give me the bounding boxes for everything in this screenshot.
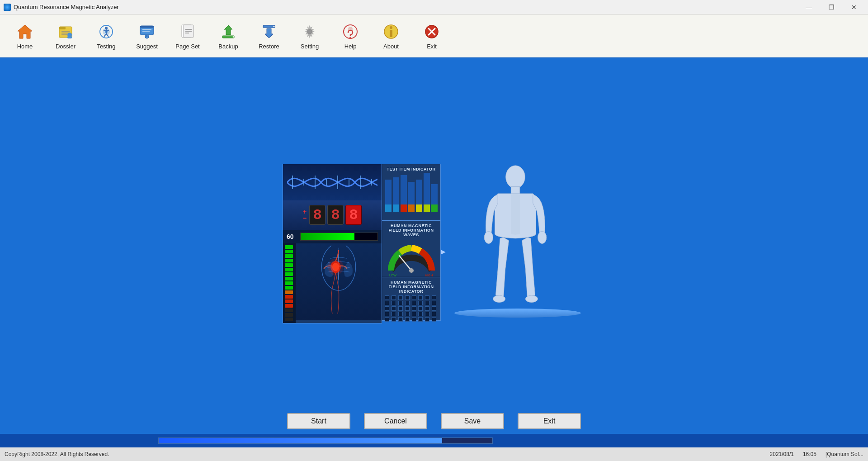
- svg-point-61: [484, 231, 493, 243]
- toolbar-label-suggest: Suggest: [136, 43, 158, 50]
- app-icon: [4, 4, 11, 11]
- panel-arrow: ▶: [441, 248, 446, 255]
- grid-cell: [412, 312, 416, 316]
- grid-cell: [385, 301, 389, 305]
- svg-rect-17: [140, 26, 154, 28]
- bar-chart: [385, 173, 438, 212]
- grid-cell: [385, 295, 389, 300]
- toolbar-item-exit[interactable]: Exit: [411, 17, 452, 55]
- test-indicator-panel: Test Item Indicator: [382, 164, 440, 221]
- level-seg-red: [285, 299, 293, 303]
- svg-point-63: [493, 295, 505, 302]
- grid-cell: [392, 306, 396, 311]
- grid-cell: [412, 306, 416, 311]
- grid-cell: [392, 295, 396, 300]
- bar-bottom-1: [385, 204, 392, 212]
- level-seg: [285, 295, 293, 299]
- grid-cell: [425, 295, 429, 300]
- svg-text:LOW: LOW: [389, 274, 396, 277]
- test-indicator-title: Test Item Indicator: [385, 167, 438, 171]
- footer-copyright: CopyRight 2008-2022, All Rights Reserved…: [5, 451, 109, 457]
- toolbar-label-testing: Testing: [97, 43, 115, 50]
- toolbar-item-backup[interactable]: Backup: [208, 17, 249, 55]
- close-button[interactable]: ✕: [844, 0, 864, 14]
- svg-point-34: [349, 37, 351, 38]
- bar-bottom-2: [393, 204, 399, 212]
- toolbar-item-setting[interactable]: Setting: [289, 17, 330, 55]
- minimize-button[interactable]: —: [798, 0, 819, 14]
- bar-bottom-3: [401, 204, 407, 212]
- svg-text:HIGH: HIGH: [425, 274, 433, 277]
- human-body-svg: [472, 164, 558, 309]
- level-seg: [285, 268, 293, 271]
- bar-4: [408, 182, 415, 212]
- svg-rect-60: [511, 186, 519, 194]
- grid-cell: [418, 306, 423, 311]
- gauge-container: LOW HIGH: [385, 239, 438, 280]
- bar-1: [385, 180, 392, 212]
- grid-cell: [418, 312, 423, 316]
- bar-3: [401, 175, 407, 212]
- maximize-button[interactable]: ❐: [821, 0, 842, 14]
- app-title: Quantum Resonance Magnetic Analyzer: [14, 4, 119, 10]
- cancel-button[interactable]: Cancel: [364, 413, 427, 429]
- footer-right: 2021/08/1 16:05 [Quantum Sof...: [770, 451, 863, 457]
- gauge-svg: LOW HIGH: [387, 241, 436, 277]
- level-seg: [285, 272, 293, 276]
- grid-cell: [385, 317, 389, 322]
- toolbar-item-pageset[interactable]: Page Set: [167, 17, 208, 55]
- grid-cell: [425, 312, 429, 316]
- toolbar-item-testing[interactable]: Testing: [86, 17, 127, 55]
- toolbar-item-restore[interactable]: Restore: [249, 17, 289, 55]
- footer-appname: [Quantum Sof...: [826, 451, 863, 457]
- grid-cell: [412, 295, 416, 300]
- grid-cell: [385, 312, 389, 316]
- grid-cell: [398, 312, 403, 316]
- suggest-icon: [137, 22, 156, 41]
- bar-top-5: [416, 180, 422, 204]
- level-seg-empty: [285, 309, 293, 312]
- svg-rect-2: [59, 27, 66, 29]
- toolbar-item-help[interactable]: Help: [330, 17, 371, 55]
- mag-waves-panel: Human Magnetic Field Information Waves: [382, 221, 440, 277]
- bar-7: [431, 184, 438, 212]
- toolbar-item-about[interactable]: About: [371, 17, 411, 55]
- svg-point-30: [274, 26, 275, 27]
- grid-cell: [398, 317, 403, 322]
- level-seg: [285, 263, 293, 267]
- setting-icon: [300, 22, 319, 41]
- help-icon: [341, 22, 360, 41]
- bar-bottom-6: [424, 204, 430, 212]
- toolbar-label-setting: Setting: [301, 43, 319, 50]
- toolbar-item-home[interactable]: Home: [5, 17, 45, 55]
- grid-cell: [418, 301, 423, 305]
- body-figure-area: [450, 164, 585, 318]
- grid-cell: [432, 306, 436, 311]
- footer-date: 2021/08/1: [770, 451, 794, 457]
- grid-cell: [405, 301, 410, 305]
- green-bar-fill: [301, 233, 354, 240]
- bar-top-2: [393, 177, 399, 204]
- level-seg: [285, 286, 293, 290]
- grid-cell: [432, 301, 436, 305]
- start-button[interactable]: Start: [287, 413, 350, 429]
- footer: CopyRight 2008-2022, All Rights Reserved…: [0, 447, 868, 461]
- save-button[interactable]: Save: [441, 413, 504, 429]
- grid-display: [385, 295, 438, 322]
- toolbar-item-dossier[interactable]: Dossier: [45, 17, 86, 55]
- grid-cell: [425, 317, 429, 322]
- svg-point-28: [233, 36, 234, 38]
- svg-point-62: [538, 231, 546, 243]
- grid-cell: [432, 295, 436, 300]
- body-figure: [472, 164, 563, 313]
- level-seg-empty: [285, 313, 293, 317]
- digit-2: 8: [327, 205, 344, 225]
- green-bar-container: [300, 233, 378, 241]
- exit-button[interactable]: Exit: [518, 413, 581, 429]
- grid-cell: [392, 301, 396, 305]
- toolbar-item-suggest[interactable]: Suggest: [127, 17, 167, 55]
- body-scan: [296, 243, 382, 320]
- digital-display: + − 8 8 8: [283, 200, 382, 230]
- grid-cell: [398, 295, 403, 300]
- svg-point-56: [409, 268, 414, 273]
